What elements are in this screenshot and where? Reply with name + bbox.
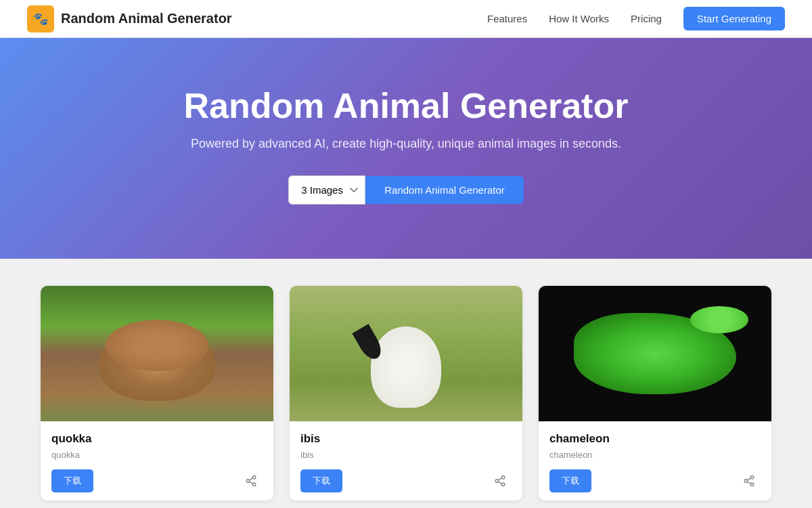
card-title-chameleon: chameleon (549, 432, 761, 446)
cards-grid: quokka quokka 下载 ibis ibis (41, 286, 771, 501)
card-body-quokka: quokka quokka 下载 (41, 421, 273, 501)
card-title-quokka: quokka (51, 432, 263, 446)
card-title-ibis: ibis (300, 432, 512, 446)
nav-link-features[interactable]: Features (487, 13, 527, 24)
nav-link-pricing[interactable]: Pricing (631, 13, 662, 24)
card-actions-chameleon: 下载 (549, 469, 761, 492)
image-count-select[interactable]: 1 Image 2 Images 3 Images 4 Images 5 Ima… (288, 175, 365, 205)
animal-image-chameleon (539, 286, 771, 421)
animal-image-quokka (41, 286, 273, 421)
site-title: Random Animal Generator (61, 11, 232, 26)
svg-line-9 (498, 478, 501, 480)
card-body-chameleon: chameleon chameleon 下载 (539, 421, 771, 501)
svg-line-3 (249, 482, 252, 484)
card-subtitle-chameleon: chameleon (549, 450, 761, 460)
hero-title: Random Animal Generator (184, 85, 629, 126)
cards-section: quokka quokka 下载 ibis ibis (0, 259, 812, 508)
card-actions-quokka: 下载 (51, 469, 263, 492)
download-button-quokka[interactable]: 下载 (51, 469, 93, 492)
navbar: 🐾 Random Animal Generator Features How I… (0, 0, 812, 38)
card-subtitle-ibis: ibis (300, 450, 512, 460)
hero-controls: 1 Image 2 Images 3 Images 4 Images 5 Ima… (288, 175, 524, 205)
nav-links: Features How It Works Pricing Start Gene… (487, 7, 785, 30)
share-button-quokka[interactable] (240, 469, 263, 492)
generate-button[interactable]: Random Animal Generator (365, 176, 524, 204)
svg-line-13 (747, 482, 750, 484)
logo-icon: 🐾 (27, 5, 54, 33)
svg-line-4 (249, 478, 252, 480)
card-body-ibis: ibis ibis 下载 (290, 421, 522, 501)
nav-link-how-it-works[interactable]: How It Works (549, 13, 609, 24)
share-button-ibis[interactable] (489, 469, 512, 492)
card-subtitle-quokka: quokka (51, 450, 263, 460)
download-button-ibis[interactable]: 下载 (300, 469, 342, 492)
animal-card-chameleon: chameleon chameleon 下载 (539, 286, 771, 501)
svg-line-14 (747, 478, 750, 480)
card-actions-ibis: 下载 (300, 469, 512, 492)
svg-line-8 (498, 482, 501, 484)
share-button-chameleon[interactable] (738, 469, 761, 492)
start-generating-button[interactable]: Start Generating (683, 7, 785, 30)
hero-section: Random Animal Generator Powered by advan… (0, 38, 812, 259)
animal-card-ibis: ibis ibis 下载 (290, 286, 522, 501)
download-button-chameleon[interactable]: 下载 (549, 469, 591, 492)
hero-subtitle: Powered by advanced AI, create high-qual… (191, 137, 621, 151)
logo[interactable]: 🐾 Random Animal Generator (27, 5, 232, 33)
animal-image-ibis (290, 286, 522, 421)
animal-card-quokka: quokka quokka 下载 (41, 286, 273, 501)
